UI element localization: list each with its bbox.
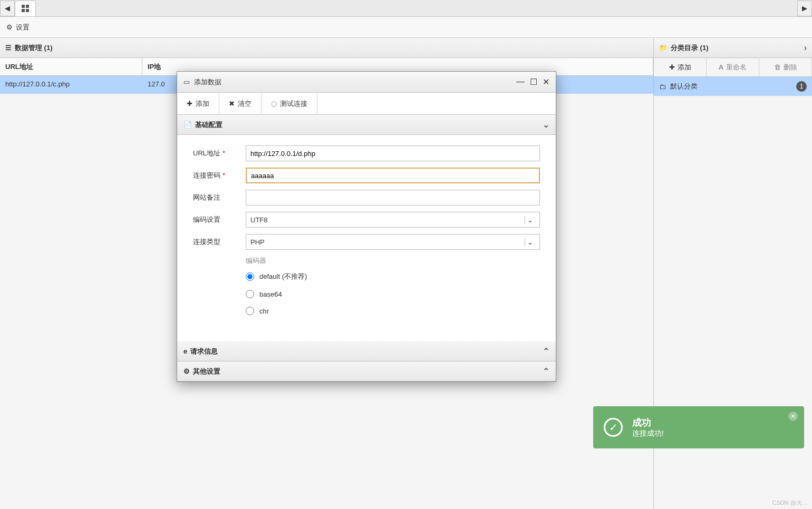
modal-clear-label: 清空 xyxy=(238,99,252,109)
encoder-option-base64[interactable]: base64 xyxy=(246,290,540,298)
chevron-down-icon: ⌄ xyxy=(543,120,549,130)
svg-rect-2 xyxy=(22,9,25,12)
password-input[interactable] xyxy=(246,168,540,183)
list-icon: ☰ xyxy=(5,44,12,52)
modal-titlebar[interactable]: ▭ 添加数据 — ☐ ✕ xyxy=(177,72,556,93)
tab-nav-left[interactable]: ◀ xyxy=(0,1,15,16)
type-label: 连接类型 xyxy=(193,237,246,247)
data-panel-title: 数据管理 (1) xyxy=(15,43,53,53)
svg-rect-0 xyxy=(22,5,25,8)
watermark: CSDN @大… xyxy=(772,499,808,507)
category-count-badge: 1 xyxy=(796,81,807,92)
password-label: 连接密码* xyxy=(193,171,246,180)
modal-test-button[interactable]: ◌ 测试连接 xyxy=(262,93,317,114)
plus-icon: ✚ xyxy=(669,63,675,71)
maximize-button[interactable]: ☐ xyxy=(530,77,537,87)
modal-title-text: 添加数据 xyxy=(194,77,221,87)
form-body: URL地址* 连接密码* 网站备注 编码设置 UTF8 ⌄ 连接类型 PHP ⌄… xyxy=(177,135,556,341)
encoder-option-chr[interactable]: chr xyxy=(246,307,540,315)
note-label: 网站备注 xyxy=(193,193,246,202)
chevron-right-icon: › xyxy=(804,43,807,53)
encoding-label: 编码设置 xyxy=(193,215,246,224)
category-panel-title: 分类目录 (1) xyxy=(671,43,709,53)
encoder-label-chr: chr xyxy=(259,307,269,315)
chevron-up-icon: ⌃ xyxy=(543,346,549,356)
plus-circle-icon: ✚ xyxy=(187,100,192,107)
tab-nav-right[interactable]: ▶ xyxy=(797,1,812,16)
section-basic-header[interactable]: 📄 基础配置 ⌄ xyxy=(177,115,556,135)
modal-add-label: 添加 xyxy=(196,99,209,109)
modal-test-label: 测试连接 xyxy=(280,99,307,109)
chevron-down-icon: ⌄ xyxy=(525,238,535,246)
section-other-header[interactable]: ⚙ 其他设置 ⌃ xyxy=(177,361,556,381)
category-item-label: 默认分类 xyxy=(670,82,698,91)
encoding-select[interactable]: UTF8 ⌄ xyxy=(246,212,540,228)
folder-icon: 📁 xyxy=(659,44,668,52)
trash-icon: 🗑 xyxy=(774,63,781,71)
encoder-radio-base64[interactable] xyxy=(246,290,254,298)
edge-icon: e xyxy=(183,347,187,355)
section-request-label: 请求信息 xyxy=(190,347,218,356)
svg-rect-3 xyxy=(26,9,29,12)
gear-icon: ⚙ xyxy=(6,23,13,31)
section-basic-label: 基础配置 xyxy=(195,120,223,130)
category-toolbar: ✚ 添加 A 重命名 🗑 删除 xyxy=(654,58,812,77)
modal-toolbar: ✚ 添加 ✖ 清空 ◌ 测试连接 xyxy=(177,93,556,115)
add-category-button[interactable]: ✚ 添加 xyxy=(654,58,707,76)
type-value: PHP xyxy=(250,238,265,246)
spinner-icon: ◌ xyxy=(271,100,277,107)
toast-title: 成功 xyxy=(632,416,664,429)
encoding-value: UTF8 xyxy=(250,216,268,224)
font-icon: A xyxy=(719,63,723,71)
section-request-header[interactable]: e 请求信息 ⌃ xyxy=(177,341,556,361)
rename-category-button[interactable]: A 重命名 xyxy=(707,58,759,76)
file-icon: 📄 xyxy=(183,121,192,129)
category-item[interactable]: 🗀 默认分类 1 xyxy=(654,77,812,96)
rename-category-label: 重命名 xyxy=(726,63,747,72)
modal-add-button[interactable]: ✚ 添加 xyxy=(177,93,219,114)
encoder-radio-default[interactable] xyxy=(246,272,254,281)
settings-label: 设置 xyxy=(16,23,30,32)
encoder-label-base64: base64 xyxy=(259,290,282,298)
minimize-button[interactable]: — xyxy=(516,77,525,87)
delete-category-button[interactable]: 🗑 删除 xyxy=(759,58,812,76)
check-circle-icon: ✓ xyxy=(604,418,623,437)
encoder-label-default: default (不推荐) xyxy=(259,272,307,281)
add-category-label: 添加 xyxy=(678,63,691,72)
column-url[interactable]: URL地址 xyxy=(0,58,142,75)
section-other-label: 其他设置 xyxy=(193,367,220,376)
svg-rect-1 xyxy=(26,5,29,8)
grid-icon xyxy=(21,4,30,13)
delete-category-label: 删除 xyxy=(784,63,797,72)
success-toast: ✓ 成功 连接成功! ✕ xyxy=(593,406,804,448)
note-input[interactable] xyxy=(246,190,540,205)
window-icon: ▭ xyxy=(183,78,190,86)
close-button[interactable]: ✕ xyxy=(543,77,549,87)
add-data-modal: ▭ 添加数据 — ☐ ✕ ✚ 添加 ✖ 清空 ◌ 测试连接 📄 基础配置 ⌄ U… xyxy=(177,71,556,382)
encoder-radio-chr[interactable] xyxy=(246,307,254,315)
url-input[interactable] xyxy=(246,145,540,161)
chevron-up-icon: ⌃ xyxy=(543,366,549,376)
tab-home[interactable] xyxy=(15,1,36,16)
modal-clear-button[interactable]: ✖ 清空 xyxy=(219,93,262,114)
tab-bar: ◀ ▶ xyxy=(0,0,812,17)
category-panel-header[interactable]: 📁 分类目录 (1) › xyxy=(654,38,812,58)
url-label: URL地址* xyxy=(193,149,246,158)
cell-url: http://127.0.0.1/c.php xyxy=(0,76,142,94)
folder-open-icon: 🗀 xyxy=(659,83,666,91)
encoder-option-default[interactable]: default (不推荐) xyxy=(246,272,540,281)
toast-message: 连接成功! xyxy=(632,429,664,438)
encoder-group-label: 编码器 xyxy=(246,256,540,266)
type-select[interactable]: PHP ⌄ xyxy=(246,234,540,250)
settings-bar[interactable]: ⚙ 设置 xyxy=(0,17,812,38)
gears-icon: ⚙ xyxy=(183,367,190,375)
chevron-down-icon: ⌄ xyxy=(525,216,535,224)
data-panel-header[interactable]: ☰ 数据管理 (1) xyxy=(0,38,653,58)
toast-close-button[interactable]: ✕ xyxy=(788,412,798,421)
x-icon: ✖ xyxy=(229,100,235,107)
